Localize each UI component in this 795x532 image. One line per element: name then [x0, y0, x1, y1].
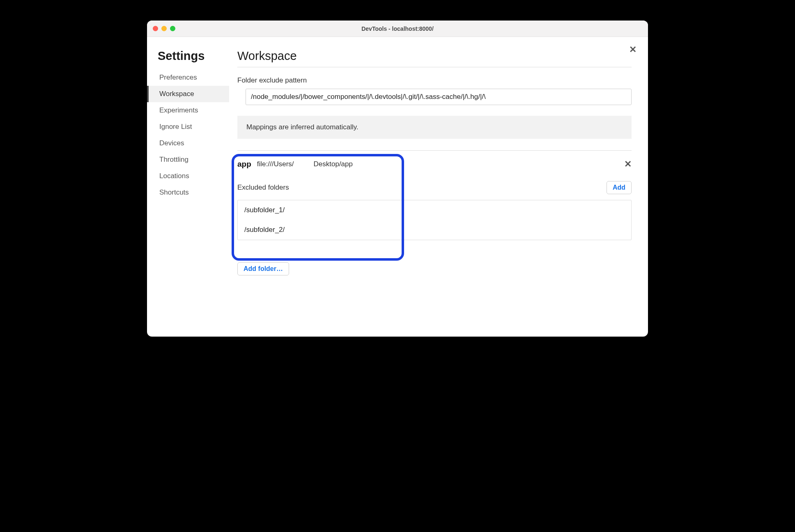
sidebar-item-devices[interactable]: Devices — [147, 135, 229, 151]
excluded-folder-item[interactable]: /subfolder_2/ — [238, 220, 631, 240]
window-minimize-button[interactable] — [161, 26, 167, 31]
workspace-folder-block: app file:///Users/ Desktop/app ✕ Exclude… — [237, 160, 632, 242]
settings-sidebar: Settings Preferences Workspace Experimen… — [147, 37, 229, 337]
traffic-lights — [153, 26, 175, 31]
exclude-pattern-label: Folder exclude pattern — [237, 76, 632, 85]
folder-name: app — [237, 160, 251, 169]
excluded-folders-list: /subfolder_1/ /subfolder_2/ — [237, 200, 632, 240]
window-title: DevTools - localhost:8000/ — [147, 25, 648, 32]
add-excluded-button[interactable]: Add — [607, 181, 632, 194]
sidebar-item-workspace[interactable]: Workspace — [147, 86, 229, 102]
sidebar-item-preferences[interactable]: Preferences — [147, 69, 229, 86]
folder-path: file:///Users/ Desktop/app — [257, 160, 353, 168]
window-close-button[interactable] — [153, 26, 158, 31]
folder-header: app file:///Users/ Desktop/app ✕ — [237, 160, 632, 169]
settings-panel: ✕ Settings Preferences Workspace Experim… — [147, 37, 648, 337]
excluded-folder-item[interactable]: /subfolder_1/ — [238, 200, 631, 220]
window-zoom-button[interactable] — [170, 26, 175, 31]
sidebar-item-ignore-list[interactable]: Ignore List — [147, 119, 229, 135]
exclude-pattern-input[interactable] — [246, 89, 632, 105]
excluded-folders-label: Excluded folders — [237, 183, 289, 192]
remove-folder-icon[interactable]: ✕ — [624, 160, 632, 169]
devtools-window: DevTools - localhost:8000/ ✕ Settings Pr… — [147, 21, 648, 337]
excluded-folders-row: Excluded folders Add — [237, 181, 632, 194]
folder-path-right: Desktop/app — [314, 160, 353, 168]
sidebar-item-shortcuts[interactable]: Shortcuts — [147, 184, 229, 201]
add-folder-button[interactable]: Add folder… — [237, 262, 289, 275]
folder-path-left: file:///Users/ — [257, 160, 294, 168]
section-divider — [237, 150, 632, 151]
sidebar-item-throttling[interactable]: Throttling — [147, 151, 229, 168]
sidebar-item-locations[interactable]: Locations — [147, 168, 229, 184]
close-icon[interactable]: ✕ — [629, 45, 636, 54]
settings-heading: Settings — [147, 49, 229, 69]
section-heading: Workspace — [237, 49, 632, 67]
window-titlebar: DevTools - localhost:8000/ — [147, 21, 648, 37]
add-folder-row: Add folder… — [237, 262, 632, 275]
sidebar-item-experiments[interactable]: Experiments — [147, 102, 229, 119]
mappings-info-banner: Mappings are inferred automatically. — [237, 116, 632, 139]
workspace-section: Workspace Folder exclude pattern Mapping… — [229, 37, 648, 337]
